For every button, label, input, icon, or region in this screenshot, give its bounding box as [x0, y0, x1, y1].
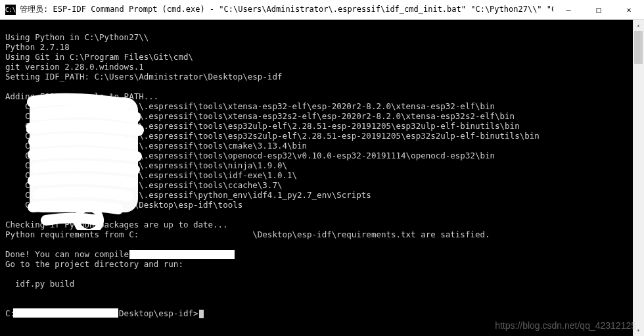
- terminal-output[interactable]: Using Python in C:\Python27\\ Python 2.7…: [0, 20, 644, 336]
- terminal-line: git version 2.28.0.windows.1: [5, 62, 144, 72]
- scroll-up-icon[interactable]: ▴: [633, 20, 644, 31]
- terminal-line: Checking if Python packages are up to da…: [5, 220, 228, 229]
- scroll-down-icon[interactable]: ▾: [633, 325, 644, 336]
- maximize-button[interactable]: □: [584, 0, 614, 19]
- terminal-line: Go to the project directory and run:: [5, 259, 183, 269]
- terminal-line: C:\ \.espressif\tools\openocd-esp32\v0.1…: [5, 151, 495, 160]
- terminal-line: Done! You can now compile ESP-IDF projec…: [5, 249, 218, 259]
- terminal-line: C:\ \.espressif\tools\idf-exe\1.0.1\: [5, 170, 297, 180]
- terminal-line: Using Python in C:\Python27\\: [5, 32, 149, 42]
- cursor-icon: [199, 310, 204, 318]
- terminal-line: C:\Us r\Desktop\esp-idf\tools: [5, 200, 242, 210]
- terminal-prompt: C:\ \Desktop\esp-idf>: [5, 308, 198, 318]
- vertical-scrollbar[interactable]: ▴ ▾: [633, 20, 644, 336]
- window-titlebar: C:\ 管理员: ESP-IDF Command Prompt (cmd.exe…: [0, 0, 644, 20]
- window-controls: — □ ✕: [553, 0, 644, 19]
- terminal-line: C:\ \.espressif\tools\xtensa-esp32s2-elf…: [5, 111, 515, 121]
- terminal-line: Adding ESP-IDF tools to PATH...: [5, 91, 158, 101]
- window-title: 管理员: ESP-IDF Command Prompt (cmd.exe) - …: [20, 4, 553, 15]
- terminal-line: C:\ \.espressif\python_env\idf4.1_py2.7_…: [5, 190, 371, 200]
- terminal-line: C:\ \.espressif\tools\esp32s2ulp-elf\2.2…: [5, 131, 540, 141]
- close-button[interactable]: ✕: [614, 0, 644, 19]
- terminal-line: C:\ \.espressif\tools\esp32ulp-elf\2.28.…: [5, 121, 520, 131]
- terminal-line: Python 2.7.18: [5, 42, 70, 52]
- terminal-line: C:\ \.espressif\tools\ninja\1.9.0\: [5, 160, 287, 170]
- terminal-line: C:\ \.espressif\tools\xtensa-esp32-elf\e…: [5, 101, 495, 111]
- minimize-button[interactable]: —: [553, 0, 584, 19]
- terminal-line: Python requirements from C: \Desktop\esp…: [5, 229, 490, 239]
- terminal-line: Using Git in C:\Program Files\Git\cmd\: [5, 52, 193, 62]
- terminal-line: Setting IDF_PATH: C:\Users\Administrator…: [5, 72, 282, 82]
- cmd-icon: C:\: [5, 5, 16, 15]
- terminal-line: C:\ \.espressif\tools\cmake\3.13.4\bin: [5, 141, 307, 151]
- terminal-line: idf.py build: [5, 279, 74, 289]
- scroll-thumb[interactable]: [634, 31, 643, 64]
- terminal-line: C:\ \.espressif\tools\ccache\3.7\: [5, 180, 282, 190]
